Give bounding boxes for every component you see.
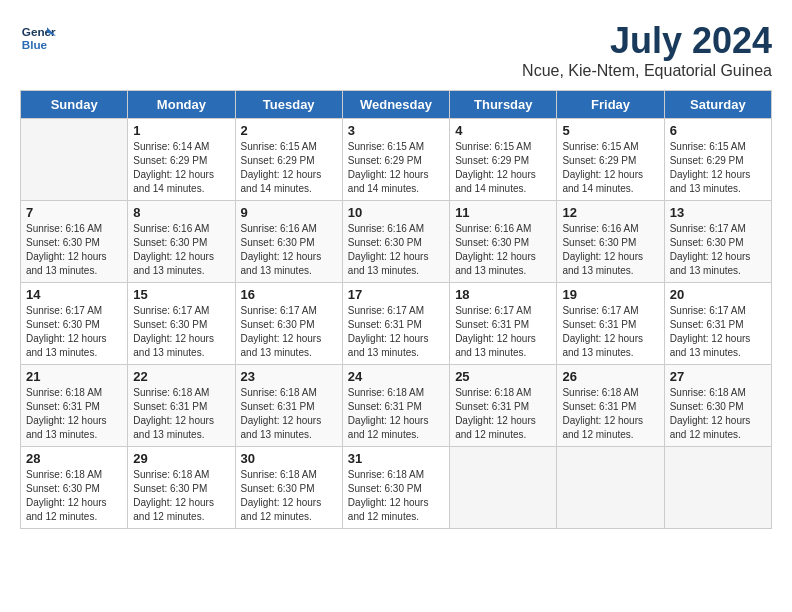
calendar-cell: 23Sunrise: 6:18 AM Sunset: 6:31 PM Dayli… [235,365,342,447]
week-row-3: 14Sunrise: 6:17 AM Sunset: 6:30 PM Dayli… [21,283,772,365]
calendar-cell: 5Sunrise: 6:15 AM Sunset: 6:29 PM Daylig… [557,119,664,201]
day-info: Sunrise: 6:15 AM Sunset: 6:29 PM Dayligh… [348,140,444,196]
day-info: Sunrise: 6:17 AM Sunset: 6:31 PM Dayligh… [455,304,551,360]
calendar-cell: 28Sunrise: 6:18 AM Sunset: 6:30 PM Dayli… [21,447,128,529]
day-number: 6 [670,123,766,138]
logo-icon: General Blue [20,20,56,56]
day-info: Sunrise: 6:17 AM Sunset: 6:30 PM Dayligh… [241,304,337,360]
day-info: Sunrise: 6:16 AM Sunset: 6:30 PM Dayligh… [133,222,229,278]
day-header-saturday: Saturday [664,91,771,119]
calendar-cell: 21Sunrise: 6:18 AM Sunset: 6:31 PM Dayli… [21,365,128,447]
day-number: 14 [26,287,122,302]
day-header-friday: Friday [557,91,664,119]
day-info: Sunrise: 6:18 AM Sunset: 6:31 PM Dayligh… [455,386,551,442]
calendar-cell: 17Sunrise: 6:17 AM Sunset: 6:31 PM Dayli… [342,283,449,365]
day-header-tuesday: Tuesday [235,91,342,119]
calendar-cell: 6Sunrise: 6:15 AM Sunset: 6:29 PM Daylig… [664,119,771,201]
calendar-cell: 25Sunrise: 6:18 AM Sunset: 6:31 PM Dayli… [450,365,557,447]
day-number: 18 [455,287,551,302]
calendar-cell: 15Sunrise: 6:17 AM Sunset: 6:30 PM Dayli… [128,283,235,365]
week-row-4: 21Sunrise: 6:18 AM Sunset: 6:31 PM Dayli… [21,365,772,447]
header-row: SundayMondayTuesdayWednesdayThursdayFrid… [21,91,772,119]
calendar-table: SundayMondayTuesdayWednesdayThursdayFrid… [20,90,772,529]
day-number: 20 [670,287,766,302]
week-row-1: 1Sunrise: 6:14 AM Sunset: 6:29 PM Daylig… [21,119,772,201]
calendar-cell: 14Sunrise: 6:17 AM Sunset: 6:30 PM Dayli… [21,283,128,365]
calendar-cell: 24Sunrise: 6:18 AM Sunset: 6:31 PM Dayli… [342,365,449,447]
logo: General Blue [20,20,56,56]
day-info: Sunrise: 6:18 AM Sunset: 6:30 PM Dayligh… [670,386,766,442]
day-info: Sunrise: 6:18 AM Sunset: 6:30 PM Dayligh… [26,468,122,524]
day-info: Sunrise: 6:18 AM Sunset: 6:30 PM Dayligh… [348,468,444,524]
calendar-cell: 29Sunrise: 6:18 AM Sunset: 6:30 PM Dayli… [128,447,235,529]
calendar-cell: 22Sunrise: 6:18 AM Sunset: 6:31 PM Dayli… [128,365,235,447]
calendar-cell: 12Sunrise: 6:16 AM Sunset: 6:30 PM Dayli… [557,201,664,283]
day-info: Sunrise: 6:17 AM Sunset: 6:31 PM Dayligh… [348,304,444,360]
day-number: 24 [348,369,444,384]
day-info: Sunrise: 6:16 AM Sunset: 6:30 PM Dayligh… [241,222,337,278]
calendar-cell: 3Sunrise: 6:15 AM Sunset: 6:29 PM Daylig… [342,119,449,201]
day-info: Sunrise: 6:18 AM Sunset: 6:31 PM Dayligh… [133,386,229,442]
calendar-cell: 9Sunrise: 6:16 AM Sunset: 6:30 PM Daylig… [235,201,342,283]
calendar-cell: 4Sunrise: 6:15 AM Sunset: 6:29 PM Daylig… [450,119,557,201]
calendar-cell: 11Sunrise: 6:16 AM Sunset: 6:30 PM Dayli… [450,201,557,283]
day-info: Sunrise: 6:15 AM Sunset: 6:29 PM Dayligh… [670,140,766,196]
calendar-cell: 20Sunrise: 6:17 AM Sunset: 6:31 PM Dayli… [664,283,771,365]
calendar-cell: 26Sunrise: 6:18 AM Sunset: 6:31 PM Dayli… [557,365,664,447]
day-info: Sunrise: 6:16 AM Sunset: 6:30 PM Dayligh… [26,222,122,278]
calendar-cell: 27Sunrise: 6:18 AM Sunset: 6:30 PM Dayli… [664,365,771,447]
day-info: Sunrise: 6:18 AM Sunset: 6:30 PM Dayligh… [133,468,229,524]
calendar-cell: 8Sunrise: 6:16 AM Sunset: 6:30 PM Daylig… [128,201,235,283]
day-number: 27 [670,369,766,384]
day-header-monday: Monday [128,91,235,119]
calendar-cell: 13Sunrise: 6:17 AM Sunset: 6:30 PM Dayli… [664,201,771,283]
calendar-cell: 31Sunrise: 6:18 AM Sunset: 6:30 PM Dayli… [342,447,449,529]
calendar-cell [557,447,664,529]
day-number: 2 [241,123,337,138]
day-number: 11 [455,205,551,220]
day-info: Sunrise: 6:15 AM Sunset: 6:29 PM Dayligh… [241,140,337,196]
calendar-cell: 10Sunrise: 6:16 AM Sunset: 6:30 PM Dayli… [342,201,449,283]
calendar-cell [664,447,771,529]
day-info: Sunrise: 6:15 AM Sunset: 6:29 PM Dayligh… [455,140,551,196]
day-info: Sunrise: 6:16 AM Sunset: 6:30 PM Dayligh… [348,222,444,278]
day-number: 23 [241,369,337,384]
day-header-wednesday: Wednesday [342,91,449,119]
day-number: 17 [348,287,444,302]
day-number: 13 [670,205,766,220]
calendar-cell: 2Sunrise: 6:15 AM Sunset: 6:29 PM Daylig… [235,119,342,201]
day-number: 3 [348,123,444,138]
day-info: Sunrise: 6:17 AM Sunset: 6:30 PM Dayligh… [133,304,229,360]
month-title: July 2024 [522,20,772,62]
day-info: Sunrise: 6:17 AM Sunset: 6:30 PM Dayligh… [670,222,766,278]
day-number: 10 [348,205,444,220]
day-info: Sunrise: 6:16 AM Sunset: 6:30 PM Dayligh… [562,222,658,278]
day-number: 9 [241,205,337,220]
day-number: 8 [133,205,229,220]
calendar-cell: 18Sunrise: 6:17 AM Sunset: 6:31 PM Dayli… [450,283,557,365]
day-number: 12 [562,205,658,220]
day-number: 7 [26,205,122,220]
day-info: Sunrise: 6:18 AM Sunset: 6:31 PM Dayligh… [241,386,337,442]
day-info: Sunrise: 6:15 AM Sunset: 6:29 PM Dayligh… [562,140,658,196]
calendar-cell: 7Sunrise: 6:16 AM Sunset: 6:30 PM Daylig… [21,201,128,283]
svg-text:Blue: Blue [22,38,48,51]
day-number: 4 [455,123,551,138]
title-block: July 2024 Ncue, Kie-Ntem, Equatorial Gui… [522,20,772,80]
calendar-cell: 30Sunrise: 6:18 AM Sunset: 6:30 PM Dayli… [235,447,342,529]
calendar-cell [450,447,557,529]
day-info: Sunrise: 6:17 AM Sunset: 6:30 PM Dayligh… [26,304,122,360]
day-number: 31 [348,451,444,466]
day-header-thursday: Thursday [450,91,557,119]
day-number: 29 [133,451,229,466]
calendar-cell: 1Sunrise: 6:14 AM Sunset: 6:29 PM Daylig… [128,119,235,201]
day-info: Sunrise: 6:18 AM Sunset: 6:31 PM Dayligh… [26,386,122,442]
day-number: 5 [562,123,658,138]
day-number: 15 [133,287,229,302]
calendar-cell: 16Sunrise: 6:17 AM Sunset: 6:30 PM Dayli… [235,283,342,365]
day-number: 19 [562,287,658,302]
day-number: 26 [562,369,658,384]
day-number: 30 [241,451,337,466]
day-info: Sunrise: 6:18 AM Sunset: 6:30 PM Dayligh… [241,468,337,524]
day-info: Sunrise: 6:18 AM Sunset: 6:31 PM Dayligh… [562,386,658,442]
